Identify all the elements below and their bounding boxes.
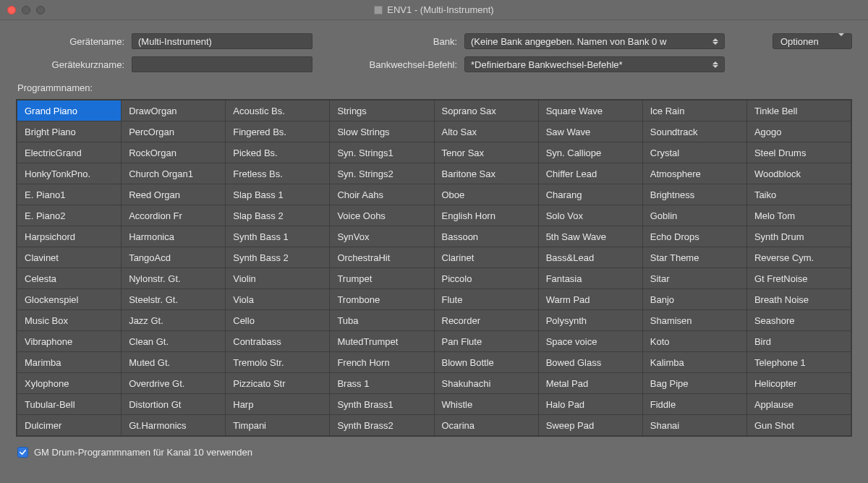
close-icon[interactable] (7, 6, 16, 14)
program-cell[interactable]: Slap Bass 2 (226, 205, 329, 226)
program-cell[interactable]: Telephone 1 (747, 352, 851, 372)
program-cell[interactable]: Choir Aahs (330, 184, 433, 205)
program-cell[interactable]: English Horn (435, 205, 538, 226)
program-cell[interactable]: ElectricGrand (17, 142, 121, 163)
program-cell[interactable]: Jazz Gt. (122, 310, 225, 330)
device-short-input[interactable] (132, 56, 312, 72)
program-cell[interactable]: Church Organ1 (122, 163, 225, 184)
program-cell[interactable]: SynVox (330, 226, 433, 247)
program-cell[interactable]: Picked Bs. (226, 142, 329, 163)
program-cell[interactable]: DrawOrgan (122, 101, 225, 121)
program-cell[interactable]: Synth Bass 1 (226, 226, 329, 247)
program-cell[interactable]: Acoustic Bs. (226, 101, 329, 121)
program-cell[interactable]: Soundtrack (643, 121, 746, 142)
program-cell[interactable]: Shakuhachi (435, 373, 538, 393)
program-cell[interactable]: Glockenspiel (17, 289, 121, 309)
program-cell[interactable]: Steel Drums (747, 142, 851, 163)
program-cell[interactable]: Fiddle (643, 394, 746, 414)
program-cell[interactable]: Accordion Fr (122, 205, 225, 226)
program-cell[interactable]: Saw Wave (539, 121, 642, 142)
program-cell[interactable]: MutedTrumpet (330, 331, 433, 351)
program-cell[interactable]: Viola (226, 289, 329, 309)
options-button[interactable]: Optionen (773, 33, 852, 49)
program-cell[interactable]: Synth Brass1 (330, 394, 433, 414)
program-cell[interactable]: Harpsichord (17, 226, 121, 247)
program-cell[interactable]: Goblin (643, 205, 746, 226)
program-cell[interactable]: Brightness (643, 184, 746, 205)
bank-select[interactable]: (Keine Bank angegeben. Namen von Bank 0 … (464, 33, 725, 49)
program-cell[interactable]: 5th Saw Wave (539, 226, 642, 247)
program-cell[interactable]: Taiko (747, 184, 851, 205)
program-cell[interactable]: Harmonica (122, 226, 225, 247)
program-cell[interactable]: RockOrgan (122, 142, 225, 163)
program-cell[interactable]: Shanai (643, 415, 746, 435)
program-cell[interactable]: Square Wave (539, 101, 642, 121)
program-cell[interactable]: Trombone (330, 289, 433, 309)
program-cell[interactable]: Tinkle Bell (747, 101, 851, 121)
program-cell[interactable]: Space voice (539, 331, 642, 351)
program-cell[interactable]: Star Theme (643, 247, 746, 268)
program-cell[interactable]: Marimba (17, 352, 121, 372)
program-cell[interactable]: Polysynth (539, 310, 642, 330)
maximize-icon[interactable] (36, 6, 45, 14)
program-cell[interactable]: Distortion Gt (122, 394, 225, 414)
program-cell[interactable]: Ice Rain (643, 101, 746, 121)
program-cell[interactable]: Tubular-Bell (17, 394, 121, 414)
program-cell[interactable]: Koto (643, 331, 746, 351)
program-cell[interactable]: Bag Pipe (643, 373, 746, 393)
program-cell[interactable]: Applause (747, 394, 851, 414)
program-cell[interactable]: PercOrgan (122, 121, 225, 142)
program-cell[interactable]: Clarinet (435, 247, 538, 268)
program-cell[interactable]: Contrabass (226, 331, 329, 351)
program-cell[interactable]: Reverse Cym. (747, 247, 851, 268)
program-cell[interactable]: Vibraphone (17, 331, 121, 351)
gm-checkbox[interactable] (17, 447, 28, 458)
program-cell[interactable]: TangoAcd (122, 247, 225, 268)
program-cell[interactable]: Xylophone (17, 373, 121, 393)
program-cell[interactable]: Strings (330, 101, 433, 121)
program-cell[interactable]: Whistle (435, 394, 538, 414)
program-cell[interactable]: Woodblock (747, 163, 851, 184)
program-cell[interactable]: Brass 1 (330, 373, 433, 393)
program-cell[interactable]: Soprano Sax (435, 101, 538, 121)
program-cell[interactable]: Blown Bottle (435, 352, 538, 372)
program-cell[interactable]: Synth Brass2 (330, 415, 433, 435)
program-cell[interactable]: Steelstr. Gt. (122, 289, 225, 309)
program-cell[interactable]: Halo Pad (539, 394, 642, 414)
program-cell[interactable]: Syn. Strings2 (330, 163, 433, 184)
program-cell[interactable]: Bowed Glass (539, 352, 642, 372)
program-cell[interactable]: Ocarina (435, 415, 538, 435)
program-cell[interactable]: Fingered Bs. (226, 121, 329, 142)
program-cell[interactable]: Timpani (226, 415, 329, 435)
program-cell[interactable]: Clavinet (17, 247, 121, 268)
program-cell[interactable]: Gun Shot (747, 415, 851, 435)
program-cell[interactable]: Syn. Calliope (539, 142, 642, 163)
program-cell[interactable]: Gt FretNoise (747, 268, 851, 288)
device-name-input[interactable] (132, 33, 312, 49)
program-cell[interactable]: Breath Noise (747, 289, 851, 309)
program-cell[interactable]: E. Piano1 (17, 184, 121, 205)
program-cell[interactable]: Chiffer Lead (539, 163, 642, 184)
program-cell[interactable]: Bass&Lead (539, 247, 642, 268)
program-cell[interactable]: Slap Bass 1 (226, 184, 329, 205)
program-cell[interactable]: HonkyTonkPno. (17, 163, 121, 184)
program-cell[interactable]: Tuba (330, 310, 433, 330)
program-cell[interactable]: Atmosphere (643, 163, 746, 184)
program-cell[interactable]: Pan Flute (435, 331, 538, 351)
program-cell[interactable]: Fretless Bs. (226, 163, 329, 184)
program-cell[interactable]: Muted Gt. (122, 352, 225, 372)
program-cell[interactable]: Celesta (17, 268, 121, 288)
program-cell[interactable]: Agogo (747, 121, 851, 142)
program-cell[interactable]: E. Piano2 (17, 205, 121, 226)
program-cell[interactable]: Synth Bass 2 (226, 247, 329, 268)
program-cell[interactable]: Metal Pad (539, 373, 642, 393)
program-cell[interactable]: Music Box (17, 310, 121, 330)
program-cell[interactable]: Charang (539, 184, 642, 205)
program-cell[interactable]: Nylonstr. Gt. (122, 268, 225, 288)
program-cell[interactable]: Bassoon (435, 226, 538, 247)
program-cell[interactable]: Gt.Harmonics (122, 415, 225, 435)
program-cell[interactable]: Overdrive Gt. (122, 373, 225, 393)
program-cell[interactable]: Kalimba (643, 352, 746, 372)
program-cell[interactable]: Oboe (435, 184, 538, 205)
program-cell[interactable]: Banjo (643, 289, 746, 309)
